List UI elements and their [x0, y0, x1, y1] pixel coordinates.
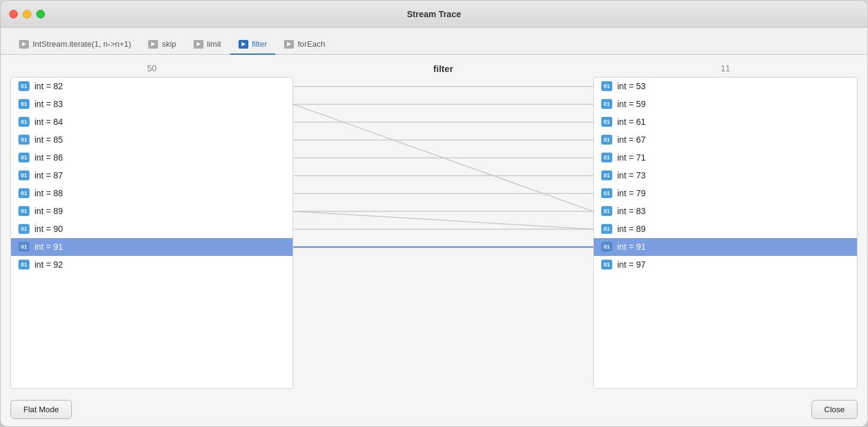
connection-lines: [293, 78, 593, 389]
tab-icon-foreach: ▶: [284, 40, 294, 49]
type-badge: 01: [601, 117, 612, 127]
left-list-item[interactable]: 01int = 85: [11, 131, 293, 149]
traffic-lights: [9, 10, 45, 18]
columns-area: 50 01int = 8201int = 8301int = 8401int =…: [10, 61, 858, 389]
type-badge: 01: [18, 188, 30, 198]
maximize-button[interactable]: [36, 10, 45, 18]
tab-limit[interactable]: ▶ limit: [185, 34, 230, 55]
tab-icon-limit: ▶: [194, 40, 203, 49]
middle-column: filter: [293, 61, 593, 389]
window-title: Stream Trace: [407, 9, 461, 19]
item-label: int = 71: [617, 153, 645, 162]
item-label: int = 83: [617, 206, 645, 216]
tab-icon-skip: ▶: [148, 40, 158, 49]
type-badge: 01: [18, 260, 30, 269]
title-bar: Stream Trace: [1, 1, 867, 28]
left-list-item[interactable]: 01int = 84: [11, 113, 293, 131]
right-list-item[interactable]: 01int = 91: [594, 238, 857, 256]
svg-line-10: [293, 212, 593, 229]
item-label: int = 79: [617, 188, 645, 198]
item-label: int = 87: [34, 170, 63, 180]
right-list-item[interactable]: 01int = 97: [594, 256, 857, 274]
item-label: int = 84: [34, 117, 63, 127]
type-badge: 01: [601, 260, 612, 269]
tab-icon-intstream: ▶: [19, 40, 29, 49]
right-list-item[interactable]: 01int = 71: [594, 149, 857, 167]
right-list-item[interactable]: 01int = 53: [594, 78, 857, 95]
type-badge: 01: [18, 99, 30, 109]
type-badge: 01: [601, 153, 612, 162]
item-label: int = 97: [617, 260, 645, 269]
bottom-bar: Flat Mode Close: [1, 395, 867, 426]
tabs-bar: ▶ IntStream.iterate(1, n->n+1) ▶ skip ▶ …: [1, 28, 867, 55]
right-list-item[interactable]: 01int = 83: [594, 202, 857, 220]
item-label: int = 59: [617, 99, 645, 109]
left-list-item[interactable]: 01int = 90: [11, 220, 293, 238]
tab-foreach[interactable]: ▶ forEach: [275, 34, 334, 55]
type-badge: 01: [601, 206, 612, 216]
tab-filter[interactable]: ▶ filter: [230, 34, 276, 55]
minimize-button[interactable]: [23, 10, 31, 18]
left-column-header: 50: [10, 61, 293, 77]
type-badge: 01: [18, 81, 30, 91]
type-badge: 01: [601, 188, 612, 198]
left-list-item[interactable]: 01int = 91: [11, 238, 293, 256]
type-badge: 01: [601, 99, 612, 109]
item-label: int = 67: [617, 135, 645, 145]
type-badge: 01: [18, 206, 30, 216]
item-label: int = 91: [34, 242, 63, 252]
item-label: int = 53: [617, 81, 645, 91]
item-label: int = 73: [617, 170, 645, 180]
left-list-item[interactable]: 01int = 89: [11, 202, 293, 220]
left-list-item[interactable]: 01int = 87: [11, 167, 293, 185]
filter-title: filter: [293, 61, 593, 78]
left-list[interactable]: 01int = 8201int = 8301int = 8401int = 85…: [10, 77, 293, 389]
type-badge: 01: [18, 153, 30, 162]
right-list[interactable]: 01int = 5301int = 5901int = 6101int = 67…: [593, 77, 858, 389]
tab-label-intstream: IntStream.iterate(1, n->n+1): [33, 39, 131, 49]
type-badge: 01: [601, 242, 612, 252]
right-list-item[interactable]: 01int = 59: [594, 95, 857, 113]
item-label: int = 90: [34, 224, 63, 234]
close-button[interactable]: [9, 10, 18, 18]
left-list-item[interactable]: 01int = 86: [11, 149, 293, 167]
type-badge: 01: [601, 81, 612, 91]
right-list-item[interactable]: 01int = 73: [594, 167, 857, 185]
right-column: 11 01int = 5301int = 5901int = 6101int =…: [593, 61, 858, 389]
item-label: int = 83: [34, 99, 63, 109]
tab-label-foreach: forEach: [298, 39, 325, 49]
flat-mode-button[interactable]: Flat Mode: [10, 400, 72, 419]
left-list-item[interactable]: 01int = 82: [11, 78, 293, 95]
item-label: int = 89: [34, 206, 63, 216]
right-list-item[interactable]: 01int = 79: [594, 185, 857, 202]
item-label: int = 86: [34, 153, 63, 162]
tab-skip[interactable]: ▶ skip: [140, 34, 184, 55]
type-badge: 01: [601, 170, 612, 180]
item-label: int = 89: [617, 224, 645, 234]
left-list-item[interactable]: 01int = 83: [11, 95, 293, 113]
type-badge: 01: [18, 170, 30, 180]
tab-icon-filter: ▶: [239, 40, 248, 49]
item-label: int = 82: [34, 81, 63, 91]
left-list-item[interactable]: 01int = 92: [11, 256, 293, 274]
type-badge: 01: [18, 242, 30, 252]
tab-label-filter: filter: [252, 39, 267, 49]
item-label: int = 92: [34, 260, 63, 269]
canvas-area: [293, 78, 593, 389]
type-badge: 01: [601, 224, 612, 234]
tab-intstream[interactable]: ▶ IntStream.iterate(1, n->n+1): [10, 34, 140, 55]
left-column: 50 01int = 8201int = 8301int = 8401int =…: [10, 61, 293, 389]
type-badge: 01: [18, 117, 30, 127]
item-label: int = 61: [617, 117, 645, 127]
type-badge: 01: [18, 224, 30, 234]
right-list-item[interactable]: 01int = 89: [594, 220, 857, 238]
item-label: int = 91: [617, 242, 645, 252]
right-list-item[interactable]: 01int = 61: [594, 113, 857, 131]
left-list-item[interactable]: 01int = 88: [11, 185, 293, 202]
right-list-item[interactable]: 01int = 67: [594, 131, 857, 149]
item-label: int = 88: [34, 188, 63, 198]
window: Stream Trace ▶ IntStream.iterate(1, n->n…: [0, 0, 868, 427]
close-dialog-button[interactable]: Close: [811, 400, 858, 419]
type-badge: 01: [601, 135, 612, 145]
item-label: int = 85: [34, 135, 63, 145]
